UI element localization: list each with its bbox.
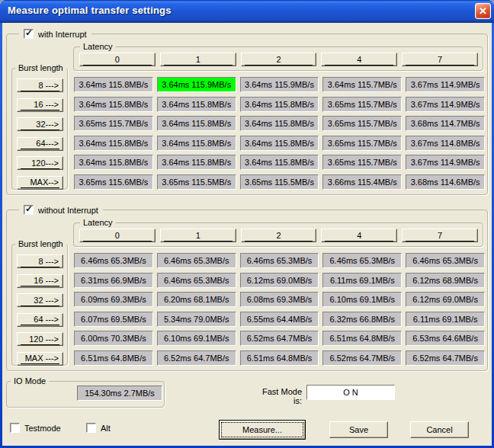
measurement-cell: 6.11ms 69.1MB/s	[406, 312, 485, 327]
burst-button[interactable]: 16 --->	[17, 98, 63, 112]
alt-checkbox-box[interactable]	[86, 423, 96, 433]
title-bar[interactable]: Measure optimal transfer settings ✕	[0, 0, 494, 23]
measurement-cell: 6.53ms 64.6MB/s	[406, 331, 485, 346]
burst-button[interactable]: MAX --->	[17, 352, 63, 366]
measurement-cell: 3.65ms 115.7MB/s	[322, 155, 402, 170]
latency-column-button[interactable]: 2	[241, 229, 317, 242]
checkbox-without-interrupt[interactable]: ✓without Interrupt	[19, 204, 103, 216]
latency-column-label: 0	[83, 55, 152, 66]
measurement-cell: 3.64ms 115.8MB/s	[157, 155, 236, 170]
measurement-cell: 6.12ms 69.0MB/s	[240, 273, 319, 288]
measurement-cell: 3.65ms 115.7MB/s	[322, 97, 402, 112]
measurement-cell: 6.09ms 69.3MB/s	[74, 292, 153, 307]
measurement-grid: 3.64ms 115.8MB/s3.64ms 115.9MB/s3.64ms 1…	[74, 77, 485, 190]
measurement-cell: 6.10ms 69.1MB/s	[322, 292, 402, 307]
burst-button[interactable]: 32 --->	[17, 293, 63, 307]
latency-group: Latency01247	[73, 222, 483, 247]
burst-button[interactable]: 8 --->	[17, 78, 63, 92]
cancel-button[interactable]: Cancel	[410, 421, 469, 438]
measurement-cell: 6.52ms 64.7MB/s	[157, 350, 236, 366]
burst-button[interactable]: 32--->	[17, 117, 63, 131]
check-icon: ✓	[25, 27, 33, 38]
measurement-cell: 3.64ms 115.8MB/s	[74, 155, 153, 170]
testmode-checkbox-box[interactable]	[10, 423, 20, 433]
measurement-cell: 3.67ms 114.9MB/s	[406, 97, 485, 112]
measurement-cell: 6.46ms 65.3MB/s	[406, 253, 485, 268]
group-without-interrupt: ✓without InterruptLatency01247Burst leng…	[6, 210, 488, 371]
burst-button[interactable]: MAX-->	[17, 176, 63, 190]
group-io-mode: IO Mode 154.30ms 2.7MB/s	[6, 381, 165, 408]
burst-button[interactable]: 64--->	[17, 137, 63, 151]
latency-column-label: 7	[406, 55, 474, 66]
measurement-cell: 6.51ms 64.8MB/s	[74, 350, 153, 366]
checkbox-with-interrupt[interactable]: ✓with Interrupt	[19, 28, 91, 40]
latency-column-label: 4	[325, 231, 393, 242]
burst-button-label: MAX --->	[21, 354, 59, 364]
burst-button[interactable]: 16 --->	[17, 274, 63, 288]
latency-column-button[interactable]: 2	[241, 53, 317, 66]
close-icon: ✕	[479, 5, 487, 17]
io-mode-value: 154.30ms 2.7MB/s	[77, 386, 162, 401]
latency-group: Latency01247	[73, 46, 483, 71]
measurement-cell: 6.51ms 64.8MB/s	[240, 350, 319, 366]
measurement-cell: 6.52ms 64.7MB/s	[322, 350, 402, 366]
testmode-label: Testmode	[24, 424, 61, 433]
measurement-cell: 6.52ms 64.7MB/s	[240, 331, 319, 346]
measurement-cell: 3.66ms 115.4MB/s	[322, 174, 402, 190]
measurement-cell: 3.64ms 115.7MB/s	[322, 77, 402, 92]
burst-button-label: 8 --->	[21, 81, 59, 91]
window-border-left	[0, 21, 2, 448]
burst-button-label: 32 --->	[21, 296, 59, 306]
fast-mode-value: O N	[306, 385, 395, 400]
measurement-grid: 6.46ms 65.3MB/s6.46ms 65.3MB/s6.46ms 65.…	[74, 253, 485, 366]
measurement-cell: 3.64ms 115.8MB/s	[240, 155, 319, 170]
latency-column-button[interactable]: 4	[321, 53, 397, 66]
latency-column-button[interactable]: 7	[402, 53, 478, 66]
latency-column-label: 0	[83, 231, 152, 242]
group-with-interrupt: ✓with InterruptLatency01247Burst length8…	[6, 34, 488, 195]
latency-column-button[interactable]: 1	[160, 53, 236, 66]
burst-button-label: 64 --->	[21, 315, 59, 325]
latency-column-label: 2	[245, 231, 313, 242]
burst-length-group: Burst length8 --->16 --->32 --->64 --->1…	[11, 244, 68, 366]
measurement-cell: 3.65ms 115.7MB/s	[322, 136, 402, 151]
measurement-cell: 6.11ms 69.1MB/s	[322, 273, 402, 288]
measure-button[interactable]: Measure...	[219, 420, 306, 440]
measurement-cell: 3.64ms 115.8MB/s	[240, 97, 319, 112]
latency-group-label: Latency	[80, 217, 116, 228]
burst-button[interactable]: 120 --->	[17, 332, 63, 346]
latency-column-button[interactable]: 1	[160, 229, 236, 242]
latency-column-button[interactable]: 0	[79, 229, 156, 242]
burst-button[interactable]: 8 --->	[17, 254, 63, 268]
save-button[interactable]: Save	[329, 421, 388, 438]
testmode-checkbox[interactable]: Testmode	[10, 423, 61, 433]
burst-button[interactable]: 120--->	[17, 156, 63, 170]
measurement-cell: 3.64ms 115.8MB/s	[157, 136, 236, 151]
latency-column-button[interactable]: 7	[402, 229, 478, 242]
alt-checkbox[interactable]: Alt	[86, 423, 111, 433]
fast-mode-label: Fast Mode is:	[252, 387, 302, 405]
measurement-cell: 3.65ms 115.5MB/s	[240, 174, 319, 190]
without-interrupt-checkbox-box[interactable]: ✓	[24, 205, 34, 215]
close-button[interactable]: ✕	[475, 3, 491, 19]
without-interrupt-checkbox-label: without Interrupt	[38, 206, 98, 215]
burst-button[interactable]: 64 --->	[17, 313, 63, 327]
burst-length-label: Burst length	[15, 62, 66, 73]
latency-column-label: 7	[406, 231, 474, 242]
latency-columns: 01247	[79, 53, 478, 66]
check-icon: ✓	[25, 203, 33, 214]
measurement-cell: 6.00ms 70.3MB/s	[74, 331, 153, 346]
measurement-cell: 3.65ms 115.5MB/s	[157, 174, 236, 190]
measurement-cell: 6.55ms 64.4MB/s	[240, 312, 319, 327]
burst-button-label: 32--->	[21, 120, 59, 130]
measurement-cell: 3.64ms 115.8MB/s	[74, 136, 153, 151]
with-interrupt-checkbox-box[interactable]: ✓	[24, 29, 34, 39]
burst-length-label: Burst length	[15, 238, 66, 249]
measurement-cell: 6.51ms 64.8MB/s	[322, 331, 402, 346]
latency-column-button[interactable]: 0	[79, 53, 156, 66]
measurement-cell: 3.64ms 115.8MB/s	[157, 97, 236, 112]
burst-length-group: Burst length8 --->16 --->32--->64--->120…	[11, 68, 68, 190]
measurement-cell: 3.67ms 114.9MB/s	[406, 77, 485, 92]
latency-column-button[interactable]: 4	[321, 229, 397, 242]
measurement-cell: 6.46ms 65.3MB/s	[74, 253, 153, 268]
